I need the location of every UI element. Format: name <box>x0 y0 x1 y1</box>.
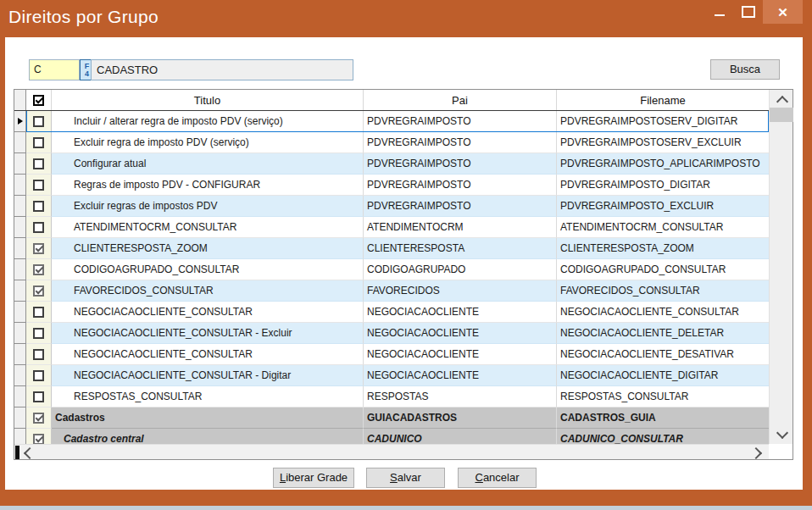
row-checkbox[interactable] <box>33 391 44 402</box>
row-checkbox-cell[interactable] <box>26 429 52 444</box>
cell-titulo: Incluir / alterar regra de imposto PDV (… <box>52 111 364 132</box>
row-indicator-cell <box>14 302 26 323</box>
scroll-right-icon[interactable] <box>750 447 762 459</box>
row-checkbox-cell[interactable] <box>26 259 52 280</box>
group-code-input[interactable]: C <box>29 59 80 80</box>
scroll-up-icon[interactable] <box>776 96 788 108</box>
row-indicator-cell <box>14 280 26 302</box>
table-row[interactable]: CODIGOAGRUPADO_CONSULTAR CODIGOAGRUPADO … <box>14 259 769 280</box>
row-checkbox[interactable] <box>33 328 44 339</box>
row-indicator-cell <box>14 386 26 407</box>
table-row[interactable]: Configurar atual PDVREGRAIMPOSTO PDVREGR… <box>14 153 769 175</box>
maximize-icon <box>742 6 755 18</box>
cancelar-button[interactable]: Cancelar <box>458 468 537 488</box>
cell-titulo: Cadastros <box>52 407 364 429</box>
cell-filename: PDVREGRAIMPOSTOSERV_EXCLUIR <box>557 132 769 153</box>
group-name-input[interactable]: CADASTRO <box>91 59 353 80</box>
table-row[interactable]: RESPOSTAS_CONSULTAR RESPOSTAS RESPOSTAS_… <box>14 386 769 407</box>
row-checkbox-cell[interactable] <box>26 344 52 365</box>
row-checkbox-cell[interactable] <box>26 280 52 302</box>
cell-titulo: NEGOCIACAOCLIENTE_CONSULTAR - Digitar <box>52 365 364 386</box>
row-checkbox-cell[interactable] <box>26 132 52 153</box>
row-checkbox[interactable] <box>33 434 44 445</box>
cell-pai: CADUNICO <box>364 429 557 444</box>
row-checkbox-cell[interactable] <box>26 196 52 217</box>
table-row[interactable]: NEGOCIACAOCLIENTE_CONSULTAR NEGOCIACAOCL… <box>14 302 769 323</box>
liberar-rest: iberar Grade <box>286 471 348 484</box>
row-checkbox[interactable] <box>33 180 44 191</box>
table-row[interactable]: Incluir / alterar regra de imposto PDV (… <box>14 111 769 132</box>
row-checkbox[interactable] <box>33 137 44 148</box>
window-border-right <box>803 37 812 490</box>
row-checkbox-cell[interactable] <box>26 175 52 196</box>
row-indicator-cell <box>14 238 26 259</box>
cell-titulo: RESPOSTAS_CONSULTAR <box>52 386 364 407</box>
cell-titulo: Cadastro central <box>52 429 364 444</box>
select-all-checkbox[interactable] <box>33 95 44 106</box>
row-indicator-cell <box>14 175 26 196</box>
cell-pai: GUIACADASTROS <box>364 407 557 429</box>
table-row[interactable]: NEGOCIACAOCLIENTE_CONSULTAR - Excluir NE… <box>14 323 769 344</box>
cell-pai: FAVORECIDOS <box>364 280 557 302</box>
row-indicator-cell <box>14 259 26 280</box>
row-checkbox[interactable] <box>33 116 44 127</box>
row-checkbox-cell[interactable] <box>26 217 52 238</box>
row-checkbox[interactable] <box>33 370 44 381</box>
table-row[interactable]: Cadastros GUIACADASTROS CADASTROS_GUIA <box>14 407 769 429</box>
row-checkbox[interactable] <box>33 243 44 254</box>
cell-titulo: NEGOCIACAOCLIENTE_CONSULTAR - Excluir <box>52 323 364 344</box>
table-row[interactable]: FAVORECIDOS_CONSULTAR FAVORECIDOS FAVORE… <box>14 280 769 302</box>
row-checkbox[interactable] <box>33 285 44 297</box>
row-checkbox-cell[interactable] <box>26 386 52 407</box>
scroll-down-icon[interactable] <box>776 427 788 439</box>
row-checkbox-cell[interactable] <box>26 238 52 259</box>
row-checkbox[interactable] <box>33 307 44 318</box>
row-checkbox-cell[interactable] <box>26 407 52 429</box>
column-header-filename[interactable]: Filename <box>557 90 769 110</box>
close-button[interactable]: ✕ <box>763 0 803 24</box>
row-checkbox[interactable] <box>33 349 44 360</box>
salvar-button[interactable]: Salvar <box>366 468 445 488</box>
header-checkbox-cell[interactable] <box>26 90 52 110</box>
horizontal-scrollbar[interactable] <box>14 444 769 459</box>
row-checkbox[interactable] <box>33 222 44 233</box>
liberar-grade-button[interactable]: Liberar Grade <box>273 468 354 488</box>
table-row[interactable]: Excluir regras de impostos PDV PDVREGRAI… <box>14 196 769 217</box>
cell-filename: NEGOCIACAOCLIENTE_DIGITAR <box>557 365 769 386</box>
busca-button[interactable]: Busca <box>710 59 780 80</box>
cell-filename: PDVREGRAIMPOSTOSERV_DIGITAR <box>557 111 769 132</box>
table-row[interactable]: Excluir regra de imposto PDV (serviço) P… <box>14 132 769 153</box>
table-row[interactable]: Regras de imposto PDV - CONFIGURAR PDVRE… <box>14 175 769 196</box>
row-checkbox[interactable] <box>33 413 44 424</box>
row-checkbox[interactable] <box>33 264 44 275</box>
row-indicator-cell <box>14 407 26 429</box>
minimize-button[interactable] <box>705 0 734 24</box>
cancelar-accel: C <box>475 471 482 484</box>
column-header-pai[interactable]: Pai <box>364 90 557 110</box>
row-indicator-cell <box>14 323 26 344</box>
row-checkbox-cell[interactable] <box>26 323 52 344</box>
table-row[interactable]: NEGOCIACAOCLIENTE_CONSULTAR - Digitar NE… <box>14 365 769 386</box>
row-checkbox-cell[interactable] <box>26 153 52 175</box>
current-row-arrow-icon <box>18 118 23 125</box>
table-row[interactable]: CLIENTERESPOSTA_ZOOM CLIENTERESPOSTA CLI… <box>14 238 769 259</box>
row-checkbox[interactable] <box>33 201 44 212</box>
cell-pai: NEGOCIACAOCLIENTE <box>364 344 557 365</box>
table-row[interactable]: Cadastro central CADUNICO CADUNICO_CONSU… <box>14 429 769 444</box>
column-header-titulo[interactable]: Titulo <box>52 90 364 110</box>
grid-body: Incluir / alterar regra de imposto PDV (… <box>14 111 769 444</box>
table-row[interactable]: NEGOCIACAOCLIENTE_CONSULTAR NEGOCIACAOCL… <box>14 344 769 365</box>
cell-filename: RESPOSTAS_CONSULTAR <box>557 386 769 407</box>
cell-pai: RESPOSTAS <box>364 386 557 407</box>
table-row[interactable]: ATENDIMENTOCRM_CONSULTAR ATENDIMENTOCRM … <box>14 217 769 238</box>
row-checkbox-cell[interactable] <box>26 111 52 132</box>
row-checkbox-cell[interactable] <box>26 302 52 323</box>
cell-filename: NEGOCIACAOCLIENTE_DESATIVAR <box>557 344 769 365</box>
vertical-scrollbar-thumb[interactable] <box>770 108 793 122</box>
vertical-scrollbar[interactable] <box>769 90 793 444</box>
row-indicator-cell <box>14 365 26 386</box>
row-checkbox[interactable] <box>33 158 44 169</box>
row-checkbox-cell[interactable] <box>26 365 52 386</box>
maximize-button[interactable] <box>734 0 763 24</box>
scroll-left-icon[interactable] <box>24 447 36 459</box>
